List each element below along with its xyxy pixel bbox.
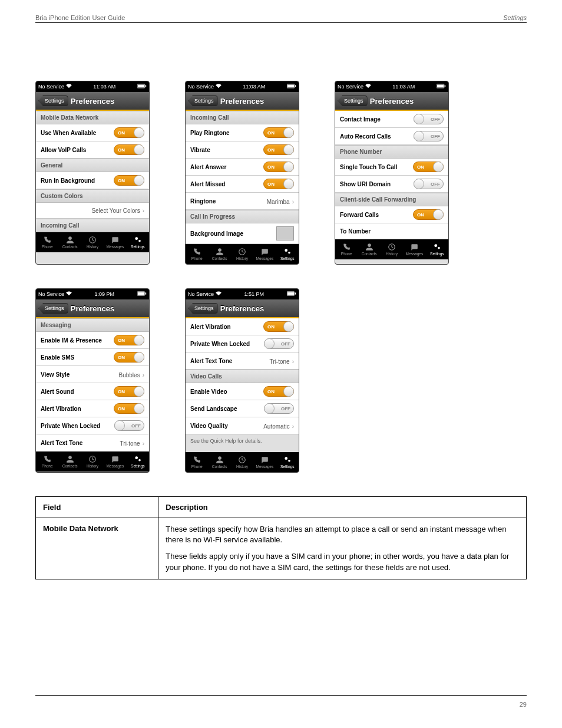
setting-row[interactable]: Single Touch To Call ON — [335, 159, 448, 176]
setting-row[interactable]: Alert Text Tone Tri-tone› — [186, 353, 299, 370]
toggle-switch[interactable]: OFF — [414, 179, 444, 189]
setting-row[interactable]: Private When Locked OFF — [36, 417, 149, 434]
setting-label: Alert Answer — [190, 164, 226, 170]
toggle-switch[interactable]: ON — [263, 127, 294, 138]
setting-row[interactable]: Play Ringtone ON — [186, 124, 299, 141]
setting-row[interactable]: Alert Answer ON — [186, 159, 299, 176]
tab-messages[interactable]: Messages — [104, 452, 126, 472]
toggle-knob — [414, 131, 424, 141]
tab-settings[interactable]: Settings — [276, 452, 299, 472]
svg-rect-19 — [146, 292, 147, 294]
toggle-switch[interactable]: ON — [263, 162, 294, 172]
toggle-switch[interactable]: OFF — [414, 114, 444, 124]
setting-row[interactable]: Alert Missed ON — [186, 176, 299, 193]
toggle-switch[interactable]: ON — [114, 175, 144, 186]
setting-row[interactable]: Enable SMS ON — [36, 349, 149, 366]
settings-icon — [134, 455, 142, 463]
setting-row[interactable]: Alert Vibration ON — [186, 318, 299, 335]
setting-row[interactable]: Enable Video ON — [186, 383, 299, 400]
setting-row[interactable]: Enable IM & Presence ON — [36, 332, 149, 349]
toggle-knob — [134, 386, 144, 397]
tab-history[interactable]: History — [231, 452, 253, 472]
setting-row[interactable]: Auto Record Calls OFF — [335, 128, 448, 145]
contacts-icon — [216, 248, 224, 256]
status-bar: No Service 1:51 PM — [186, 289, 299, 299]
tab-settings[interactable]: Settings — [276, 244, 299, 264]
toggle-switch[interactable]: OFF — [114, 420, 144, 431]
tab-contacts[interactable]: Contacts — [358, 239, 380, 259]
tab-phone[interactable]: Phone — [186, 452, 208, 472]
phone-icon — [43, 455, 51, 463]
tab-phone[interactable]: Phone — [36, 452, 58, 472]
setting-row[interactable]: Alert Text Tone Tri-tone› — [36, 434, 149, 452]
toggle-switch[interactable]: OFF — [264, 338, 294, 349]
tab-settings[interactable]: Settings — [127, 452, 149, 472]
back-button[interactable]: Settings — [188, 303, 218, 314]
toggle-label: ON — [118, 338, 125, 343]
tab-contacts[interactable]: Contacts — [58, 452, 81, 472]
toggle-knob — [283, 386, 294, 397]
svg-rect-14 — [437, 85, 444, 88]
tab-phone[interactable]: Phone — [335, 239, 358, 259]
tab-history[interactable]: History — [231, 244, 253, 264]
toggle-switch[interactable]: ON — [114, 144, 144, 155]
setting-row[interactable]: Video Quality Automatic› — [186, 417, 299, 434]
tab-settings[interactable]: Settings — [127, 232, 149, 252]
toggle-switch[interactable]: ON — [263, 179, 294, 189]
setting-row[interactable]: Send Landscape OFF — [186, 400, 299, 417]
toggle-switch[interactable]: OFF — [264, 403, 294, 414]
toggle-switch[interactable]: ON — [114, 335, 144, 345]
back-button[interactable]: Settings — [38, 95, 68, 106]
setting-row[interactable]: Alert Sound ON — [36, 383, 149, 400]
back-button[interactable]: Settings — [38, 303, 68, 314]
setting-row[interactable]: To Number — [335, 223, 448, 239]
tab-history[interactable]: History — [81, 232, 104, 252]
toggle-knob — [283, 144, 294, 155]
tab-contacts[interactable]: Contacts — [208, 244, 230, 264]
tab-phone[interactable]: Phone — [36, 232, 58, 252]
setting-label: Alert Text Tone — [190, 358, 232, 364]
setting-row[interactable]: Background Image — [186, 223, 299, 244]
tab-contacts[interactable]: Contacts — [208, 452, 230, 472]
tab-settings[interactable]: Settings — [426, 239, 448, 259]
tab-phone[interactable]: Phone — [186, 244, 208, 264]
tab-label: Messages — [107, 245, 124, 249]
tab-messages[interactable]: Messages — [253, 244, 276, 264]
back-button[interactable]: Settings — [338, 95, 368, 106]
setting-row[interactable]: Forward Calls ON — [335, 206, 448, 223]
setting-row[interactable]: Private When Locked OFF — [186, 335, 299, 353]
svg-rect-7 — [295, 85, 296, 87]
section-header: Client-side Call Forwarding — [335, 193, 448, 206]
setting-row[interactable]: Ringtone Marimba› — [186, 193, 299, 210]
battery-icon — [137, 84, 147, 90]
toggle-switch[interactable]: ON — [263, 321, 294, 332]
back-button[interactable]: Settings — [188, 95, 218, 106]
toggle-switch[interactable]: ON — [263, 144, 294, 155]
messages-icon — [111, 455, 119, 463]
tab-contacts[interactable]: Contacts — [58, 232, 81, 252]
toggle-switch[interactable]: OFF — [414, 131, 444, 141]
tab-messages[interactable]: Messages — [403, 239, 425, 259]
setting-row[interactable]: Select Your Colors› — [36, 203, 149, 219]
setting-row[interactable]: Allow VoIP Calls ON — [36, 141, 149, 159]
toggle-knob — [283, 127, 294, 138]
toggle-switch[interactable]: ON — [114, 403, 144, 414]
tab-messages[interactable]: Messages — [104, 232, 126, 252]
toggle-switch[interactable]: ON — [413, 162, 444, 172]
setting-row[interactable]: Use When Available ON — [36, 124, 149, 141]
setting-row[interactable]: Show URI Domain OFF — [335, 176, 448, 193]
tab-history[interactable]: History — [81, 452, 104, 472]
setting-row[interactable]: Alert Vibration ON — [36, 400, 149, 417]
toggle-knob — [134, 175, 144, 186]
tab-messages[interactable]: Messages — [253, 452, 276, 472]
toggle-switch[interactable]: ON — [114, 127, 144, 138]
toggle-switch[interactable]: ON — [114, 352, 144, 363]
tab-history[interactable]: History — [381, 239, 403, 259]
toggle-switch[interactable]: ON — [413, 209, 444, 220]
setting-row[interactable]: Vibrate ON — [186, 141, 299, 159]
toggle-switch[interactable]: ON — [114, 386, 144, 397]
setting-row[interactable]: Run In Background ON — [36, 172, 149, 189]
setting-row[interactable]: Contact Image OFF — [335, 111, 448, 128]
toggle-switch[interactable]: ON — [263, 386, 294, 397]
setting-row[interactable]: View Style Bubbles› — [36, 366, 149, 383]
